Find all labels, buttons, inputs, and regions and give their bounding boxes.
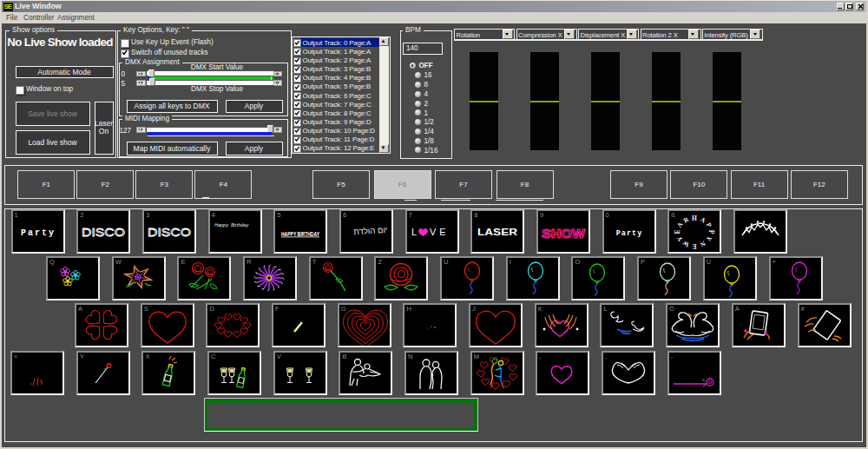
svg-text:DISCO: DISCO xyxy=(148,226,191,239)
svg-text:Party: Party xyxy=(615,228,642,237)
svg-text:HAPPY BIRTHDAY: HAPPY BIRTHDAY xyxy=(281,230,319,236)
svg-text:Y: Y xyxy=(705,234,714,243)
svg-text:SHOW: SHOW xyxy=(542,226,586,241)
svg-text:Y: Y xyxy=(675,234,685,243)
svg-text:A: A xyxy=(675,221,685,229)
svg-text:E: E xyxy=(674,229,681,234)
svg-text:A: A xyxy=(699,215,707,225)
svg-text:DISCO: DISCO xyxy=(82,226,125,239)
svg-text:LASER: LASER xyxy=(477,227,518,237)
svg-text:H: H xyxy=(692,214,697,221)
svg-text:N: N xyxy=(699,239,707,248)
svg-text:P: P xyxy=(705,221,713,229)
svg-text:P: P xyxy=(707,230,715,234)
svg-text:L: L xyxy=(411,227,417,237)
svg-text:Party: Party xyxy=(20,228,55,238)
svg-text:R: R xyxy=(682,215,691,224)
svg-text:VE: VE xyxy=(430,227,450,237)
svg-text:Happy Birthday: Happy Birthday xyxy=(214,222,249,228)
svg-text:E: E xyxy=(693,241,697,249)
svg-text:יום הולדת: יום הולדת xyxy=(353,224,388,236)
